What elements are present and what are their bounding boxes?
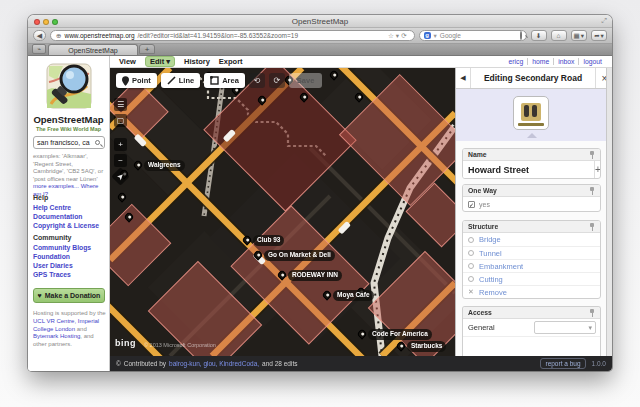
map-data-button[interactable]: ▢: [114, 114, 127, 127]
draw-area-button[interactable]: Area: [204, 73, 245, 88]
documentation-link[interactable]: Documentation: [33, 213, 82, 220]
pin-field-icon[interactable]: [589, 151, 595, 159]
embankment-label: Embankment: [479, 262, 523, 271]
structure-option-bridge[interactable]: Bridge: [463, 233, 600, 246]
structure-option-cutting[interactable]: Cutting: [463, 272, 600, 285]
logout-link[interactable]: logout: [578, 58, 606, 65]
bookmarks-button[interactable]: ▦▾: [571, 30, 587, 41]
url-bar-icons[interactable]: ☆▾⟳: [388, 32, 409, 40]
url-bar[interactable]: ⊕ www.openstreetmap.org/edit?editor=id&l…: [50, 30, 415, 41]
oneway-checkbox[interactable]: ✓: [468, 201, 475, 208]
radio-icon[interactable]: [468, 263, 474, 269]
gps-traces-link[interactable]: GPS Traces: [33, 271, 71, 278]
map-canvas[interactable]: Walgreens Club 93 Go On Market & Deli RO…: [110, 68, 455, 356]
home-link[interactable]: home: [527, 58, 553, 65]
structure-remove[interactable]: ✕ Remove: [463, 285, 600, 298]
pin-field-icon[interactable]: [589, 309, 595, 317]
web-search-field[interactable]: g ▾ Google: [419, 30, 527, 41]
structure-label: Structure: [468, 223, 498, 230]
tab-groups-icon[interactable]: ⌁: [32, 44, 46, 54]
cutting-label: Cutting: [479, 275, 503, 284]
access-label: Access: [468, 309, 492, 316]
username-link[interactable]: ericg: [504, 58, 527, 65]
zoom-in-button[interactable]: +: [114, 138, 127, 151]
magnifier-glyph: [520, 31, 522, 40]
save-button[interactable]: Save: [289, 73, 323, 88]
search-input[interactable]: [37, 139, 95, 146]
poi-label-moya-cafe[interactable]: Moya Cafe: [333, 290, 374, 301]
nav-history[interactable]: History: [184, 57, 210, 66]
poi-label-club93[interactable]: Club 93: [253, 235, 284, 246]
foundation-link[interactable]: Foundation: [33, 253, 70, 260]
contributor-links[interactable]: balrog-kun, glou, KindredCoda,: [169, 360, 259, 367]
share-caret-icon: ▾: [601, 32, 604, 40]
tab-bar: ⌁ OpenStreetMap +: [28, 44, 612, 56]
radio-icon[interactable]: [468, 237, 474, 243]
home-button[interactable]: ⌂: [551, 30, 567, 41]
help-centre-link[interactable]: Help Centre: [33, 204, 71, 211]
nav-view[interactable]: View: [119, 57, 136, 66]
copyright-license-link[interactable]: Copyright & License: [33, 222, 99, 229]
bookmark-star-icon[interactable]: ☆: [388, 32, 396, 39]
more-examples-link[interactable]: more examples...: [33, 183, 79, 189]
back-button[interactable]: ◀: [33, 30, 46, 41]
name-label: Name: [468, 151, 487, 158]
search-magnifier-icon[interactable]: [520, 32, 522, 39]
report-bug-button[interactable]: report a bug: [540, 358, 585, 369]
site-identity-icon[interactable]: ⊕: [56, 32, 61, 40]
hosting-note: Hosting is supported by the UCL VR Centr…: [33, 310, 106, 349]
draw-point-button[interactable]: Point: [116, 73, 157, 88]
poi-label-rodeway-inn[interactable]: RODEWAY INN: [288, 270, 342, 281]
community-blogs-link[interactable]: Community Blogs: [33, 244, 91, 251]
structure-option-embankment[interactable]: Embankment: [463, 259, 600, 272]
panel-back-button[interactable]: ◀: [456, 68, 471, 88]
tunnel-label: Tunnel: [479, 249, 502, 258]
nav-edit-label: Edit: [150, 57, 164, 66]
select-caret-icon: ▾: [588, 324, 592, 332]
share-button[interactable]: ➦▾: [591, 30, 607, 41]
pin-field-icon[interactable]: [589, 187, 595, 195]
tab-openstreetmap[interactable]: OpenStreetMap: [48, 44, 138, 55]
undo-button[interactable]: ⟲: [249, 73, 265, 88]
resize-icon[interactable]: ⤢: [601, 17, 607, 25]
hosting-link-ucl[interactable]: UCL VR Centre, Imperial College London: [33, 318, 99, 332]
background-settings-button[interactable]: ☰: [114, 98, 127, 111]
preset-road-button[interactable]: [513, 96, 549, 130]
reload-icon[interactable]: ⟳: [401, 32, 408, 39]
access-general-select[interactable]: ▾: [534, 321, 596, 334]
poi-label-starbucks[interactable]: Starbucks: [407, 341, 446, 352]
inbox-link[interactable]: inbox: [553, 58, 578, 65]
share-icon: ➦: [594, 32, 599, 40]
panel-scrollbar[interactable]: [606, 68, 612, 356]
name-field-header: Name: [463, 149, 600, 161]
window-titlebar[interactable]: OpenStreetMap ⤢: [28, 15, 612, 28]
page-content: OpenStreetMap The Free Wiki World Map ex…: [28, 56, 612, 371]
zoom-out-button[interactable]: −: [114, 154, 127, 167]
preset-section: [456, 89, 607, 141]
search-engine-caret-icon[interactable]: ▾: [434, 32, 437, 40]
line-label: Line: [179, 76, 194, 85]
poi-label-market-deli[interactable]: Go On Market & Deli: [264, 250, 335, 261]
hosting-link-bytemark[interactable]: Bytemark Hosting: [33, 333, 80, 339]
downloads-button[interactable]: ⬇: [531, 30, 547, 41]
oneway-value: yes: [479, 201, 490, 208]
structure-field-group: Structure Bridge Tunnel Embankment: [462, 220, 601, 299]
access-field-group: Access General ▾: [462, 306, 601, 356]
search-icon[interactable]: [95, 140, 100, 145]
user-diaries-link[interactable]: User Diaries: [33, 262, 73, 269]
radio-icon[interactable]: [468, 276, 474, 282]
name-input[interactable]: [463, 161, 594, 178]
new-tab-button[interactable]: +: [139, 44, 155, 54]
poi-label-code-for-america[interactable]: Code For America: [368, 329, 432, 340]
poi-label-walgreens[interactable]: Walgreens: [144, 160, 185, 171]
pin-field-icon[interactable]: [589, 223, 595, 231]
nav-export[interactable]: Export: [219, 57, 243, 66]
redo-button[interactable]: ⟳: [269, 73, 285, 88]
add-name-button[interactable]: +: [594, 161, 601, 178]
nav-edit[interactable]: Edit ▾: [145, 56, 175, 67]
radio-icon[interactable]: [468, 250, 474, 256]
structure-option-tunnel[interactable]: Tunnel: [463, 246, 600, 259]
draw-line-button[interactable]: Line: [161, 73, 200, 88]
sidebar-search[interactable]: [33, 136, 105, 149]
donate-button[interactable]: ♥ Make a Donation: [33, 288, 105, 303]
